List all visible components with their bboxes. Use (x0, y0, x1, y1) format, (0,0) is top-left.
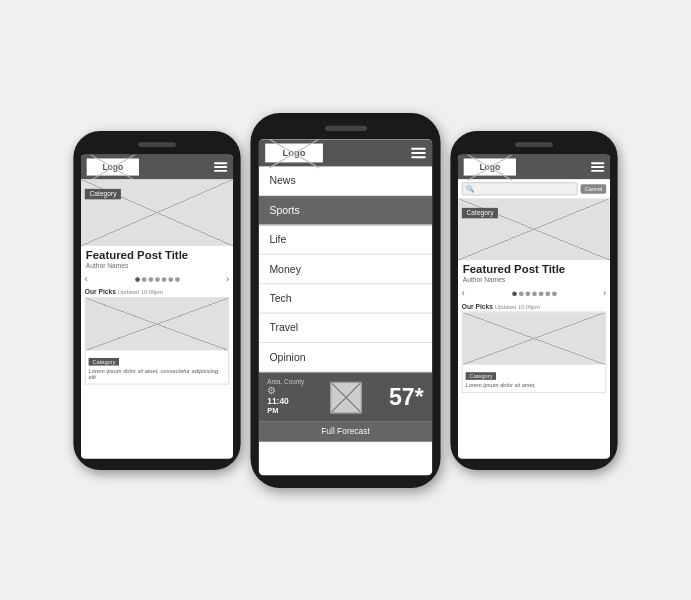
cancel-button[interactable]: Cancel (581, 184, 606, 194)
featured-title-left: Featured Post Title (86, 248, 229, 262)
featured-info-right: Featured Post Title Author Names (458, 260, 610, 286)
weather-icon (331, 381, 363, 413)
card-image-right (463, 312, 606, 364)
weather-widget: Area, County ⚙ 11:40 PM 57* (259, 372, 432, 421)
hamburger-right[interactable] (591, 162, 604, 172)
category-badge-right: Category (462, 207, 498, 217)
weather-area-label: Area, County (267, 378, 304, 384)
weather-temp: 57* (389, 383, 424, 410)
weather-info: Area, County ⚙ 11:40 PM (267, 378, 304, 415)
author-right: Author Names (463, 276, 606, 283)
carousel-left: ‹ › (81, 271, 233, 286)
card-category-left: Category (89, 358, 120, 366)
carousel-dots-right (512, 291, 557, 296)
phone-speaker-left (138, 142, 176, 147)
phone-screen-middle: Logo News Sports Life Money Tech Travel … (259, 139, 432, 475)
phone-screen-left: Logo Category Featured Post Title Author… (81, 154, 233, 458)
card-text-left: Lorem ipsum dolor sit amet, consectetur … (86, 367, 229, 383)
featured-image-right: Category (458, 198, 610, 260)
logo-left: Logo (87, 158, 139, 175)
logo-right: Logo (464, 158, 516, 175)
phone-middle: Logo News Sports Life Money Tech Travel … (250, 113, 440, 488)
screen-header-right: Logo (458, 154, 610, 179)
featured-title-right: Featured Post Title (463, 262, 606, 276)
carousel-dots-left (135, 277, 180, 282)
menu-item-travel[interactable]: Travel (259, 313, 432, 342)
small-card-left: Category Lorem ipsum dolor sit amet, con… (85, 297, 229, 384)
author-left: Author Names (86, 262, 229, 269)
search-bar: 🔍 Cancel (458, 179, 610, 198)
our-picks-left: Our Picks Updated 10:09pm (81, 287, 233, 297)
menu-item-news[interactable]: News (259, 166, 432, 195)
phones-container: Logo Category Featured Post Title Author… (49, 102, 642, 499)
menu-item-money[interactable]: Money (259, 254, 432, 283)
phone-right: Logo 🔍 Cancel Category (450, 130, 617, 469)
phone-screen-right: Logo 🔍 Cancel Category (458, 154, 610, 458)
menu-item-tech[interactable]: Tech (259, 284, 432, 313)
card-category-right: Category (466, 372, 497, 380)
our-picks-right: Our Picks Updated 10:09pm (458, 301, 610, 311)
search-input[interactable]: 🔍 (462, 182, 578, 195)
menu-item-opinion[interactable]: Opinion (259, 343, 432, 372)
next-arrow-right[interactable]: › (603, 288, 606, 298)
logo-middle: Logo (265, 143, 323, 162)
menu-item-life[interactable]: Life (259, 225, 432, 254)
gear-icon[interactable]: ⚙ (267, 385, 304, 397)
card-text-right: Lorem ipsum dolor sit amet, (463, 382, 606, 392)
hamburger-middle[interactable] (411, 147, 426, 158)
prev-arrow-left[interactable]: ‹ (85, 274, 88, 284)
weather-area: Area, County ⚙ (267, 378, 304, 396)
prev-arrow-right[interactable]: ‹ (462, 288, 465, 298)
featured-section-right: Category (458, 198, 610, 260)
hamburger-left[interactable] (214, 162, 227, 172)
weather-time: 11:40 PM (267, 396, 304, 415)
featured-image-left: Category (81, 179, 233, 246)
card-image-left (86, 298, 229, 350)
full-forecast-button[interactable]: Full Forecast (259, 421, 432, 441)
phone-speaker-right (515, 142, 553, 147)
phone-left: Logo Category Featured Post Title Author… (73, 130, 240, 469)
featured-info-left: Featured Post Title Author Names (81, 245, 233, 271)
next-arrow-left[interactable]: › (226, 274, 229, 284)
small-card-right: Category Lorem ipsum dolor sit amet, (462, 311, 606, 393)
menu-list: News Sports Life Money Tech Travel Opini… (259, 166, 432, 372)
carousel-right: ‹ › (458, 286, 610, 301)
phone-speaker-middle (325, 125, 367, 130)
screen-header-middle: Logo (259, 139, 432, 166)
screen-header-left: Logo (81, 154, 233, 179)
category-badge-left: Category (85, 183, 121, 200)
menu-item-sports[interactable]: Sports (259, 196, 432, 225)
